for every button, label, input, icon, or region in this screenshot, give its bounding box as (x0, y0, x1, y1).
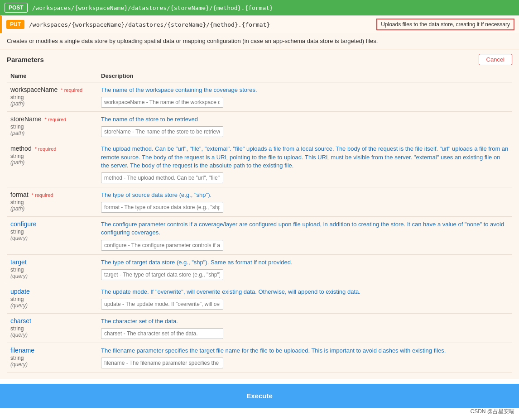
params-header: Parameters Cancel (7, 49, 512, 70)
table-row: workspaceName * requiredstring(path)The … (7, 82, 512, 112)
execute-bar: Execute (0, 384, 519, 408)
post-bar: POST /workspaces/{workspaceName}/datasto… (0, 0, 519, 15)
table-row: targetstring(query)The type of target da… (7, 254, 512, 284)
required-badge: * required (34, 146, 57, 152)
param-name: charset (10, 317, 94, 325)
param-type: string (10, 153, 94, 159)
param-location: (query) (10, 361, 94, 368)
param-type: string (10, 355, 94, 361)
param-type: string (10, 296, 94, 302)
param-name: storeName * required (10, 115, 94, 123)
put-description: Uploads files to the data store, creatin… (376, 19, 514, 30)
param-input-configure[interactable] (101, 240, 223, 251)
put-bar: PUT /workspaces/{workspaceName}/datastor… (0, 15, 519, 33)
param-input-update[interactable] (101, 299, 223, 310)
param-description: The name of the workspace containing the… (101, 86, 509, 94)
param-location: (path) (10, 159, 94, 166)
cancel-button[interactable]: Cancel (479, 54, 512, 65)
required-badge: * required (43, 117, 66, 122)
param-location: (path) (10, 205, 94, 212)
param-name: format * required (10, 191, 94, 198)
put-path: /workspaces/{workspaceName}/datastores/{… (29, 21, 270, 28)
params-title: Parameters (7, 56, 44, 63)
table-row: filenamestring(query)The filename parame… (7, 343, 512, 372)
table-row: format * requiredstring(path)The type of… (7, 187, 512, 216)
param-description: The type of source data store (e.g., "sh… (101, 191, 509, 199)
param-input-format[interactable] (101, 202, 223, 213)
table-row: method * requiredstring(path)The upload … (7, 141, 512, 187)
param-location: (query) (10, 332, 94, 338)
param-type: string (10, 267, 94, 273)
param-input-filename[interactable] (101, 358, 223, 368)
param-description: The character set of the data. (101, 317, 509, 325)
param-name: method * required (10, 145, 94, 152)
param-name: update (10, 288, 94, 295)
param-type: string (10, 325, 94, 332)
table-row: configurestring(query)The configure para… (7, 217, 512, 254)
param-description: The configure parameter controls if a co… (101, 220, 509, 237)
param-name: target (10, 258, 94, 266)
param-description: The upload method. Can be "url", "file",… (101, 145, 509, 170)
table-row: updatestring(query)The update mode. If "… (7, 284, 512, 313)
param-location: (query) (10, 235, 94, 241)
param-input-workspaceName[interactable] (101, 97, 223, 108)
param-location: (query) (10, 302, 94, 309)
param-name: configure (10, 220, 94, 228)
param-description: The name of the store to be retrieved (101, 115, 509, 124)
param-location: (path) (10, 100, 94, 107)
post-badge: POST (5, 3, 28, 13)
params-section: Parameters Cancel Name Description works… (0, 49, 519, 379)
param-description: The filename parameter specifies the tar… (101, 347, 509, 355)
param-input-charset[interactable] (101, 328, 223, 339)
put-badge: PUT (6, 20, 24, 29)
param-description: The type of target data store (e.g., "sh… (101, 258, 509, 267)
table-row: storeName * requiredstring(path)The name… (7, 112, 512, 141)
param-type: string (10, 199, 94, 205)
param-description: The update mode. If "overwrite", will ov… (101, 288, 509, 296)
summary-text: Creates or modifies a single data store … (0, 33, 519, 49)
required-badge: * required (59, 87, 82, 93)
param-location: (path) (10, 130, 94, 136)
param-name: filename (10, 347, 94, 354)
post-path: /workspaces/{workspaceName}/datastores/{… (32, 5, 273, 11)
param-input-target[interactable] (101, 269, 223, 280)
table-row: charsetstring(query)The character set of… (7, 313, 512, 343)
param-type: string (10, 124, 94, 130)
execute-button[interactable]: Execute (228, 389, 291, 402)
param-type: string (10, 94, 94, 100)
params-table: Name Description workspaceName * require… (7, 70, 512, 372)
param-input-method[interactable] (101, 172, 223, 183)
param-input-storeName[interactable] (101, 126, 223, 137)
param-name: workspaceName * required (10, 86, 94, 93)
col-name: Name (7, 70, 97, 82)
param-type: string (10, 229, 94, 235)
required-badge: * required (30, 192, 53, 198)
param-location: (query) (10, 273, 94, 279)
col-description: Description (97, 70, 512, 82)
